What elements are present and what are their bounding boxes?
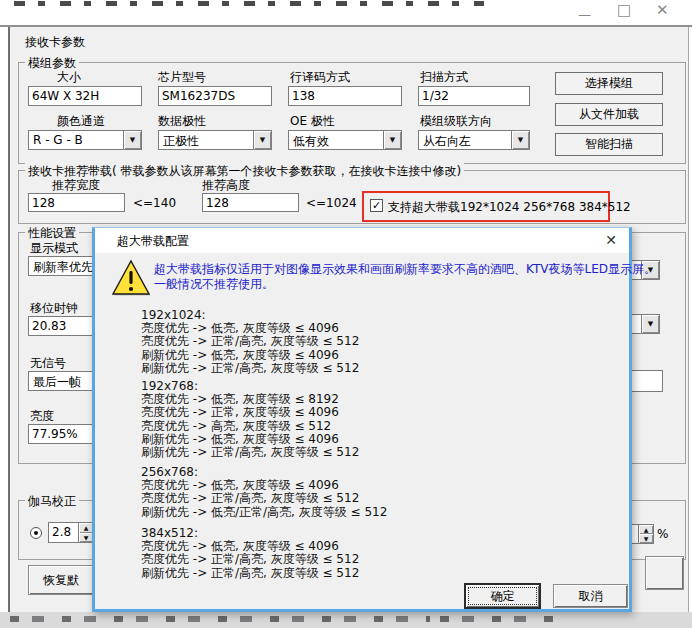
section-384x512: 384x512: 亮度优先 -> 低亮, 灰度等级 ≤ 4096 亮度优先 ->… — [141, 527, 359, 580]
section-line: 亮度优先 -> 高亮, 灰度等级 ≤ 512 — [141, 420, 359, 433]
gamma-value: 2.8 — [52, 525, 71, 539]
supersize-checkbox-label: 支持超大带载192*1024 256*768 384*512 — [388, 199, 631, 216]
shift-clock-label: 移位时钟 — [30, 300, 78, 317]
gamma-stepper-buttons[interactable]: ▲ ▼ — [78, 523, 93, 542]
section-192x768: 192x768: 亮度优先 -> 低亮, 灰度等级 ≤ 8192 亮度优先 ->… — [141, 380, 359, 459]
chevron-down-icon[interactable]: ▼ — [383, 131, 401, 149]
section-line: 亮度优先 -> 正常/高亮, 灰度等级 ≤ 512 — [141, 335, 359, 348]
chevron-down-icon[interactable]: ▼ — [253, 131, 271, 149]
recommended-height-label: 推荐高度 — [202, 177, 250, 194]
percent-unit-label: % — [657, 527, 668, 541]
spin-down-icon[interactable]: ▼ — [639, 534, 653, 543]
dialog-titlebar: 超大带载配置 ✕ — [95, 228, 629, 253]
height-limit-label: <=1024 — [306, 196, 357, 210]
clipped-bottom-icons — [10, 616, 430, 622]
supersize-checkbox[interactable]: ✓ — [370, 199, 383, 212]
data-polarity-select[interactable]: 正极性 ▼ — [158, 130, 272, 150]
cascade-direction-value: 从右向左 — [423, 133, 471, 150]
section-256x768: 256x768: 亮度优先 -> 低亮, 灰度等级 ≤ 4096 亮度优先 ->… — [141, 466, 387, 519]
size-label: 大小 — [57, 69, 81, 86]
recommended-width-input[interactable] — [28, 193, 125, 212]
gamma-stepper[interactable]: 2.8 ▲ ▼ — [48, 522, 94, 543]
clipped-bottom-bar — [0, 612, 692, 628]
bottom-right-partial-button[interactable] — [645, 556, 684, 590]
section-line: 刷新优先 -> 低亮, 灰度等级 ≤ 4096 — [141, 349, 359, 362]
smart-scan-button[interactable]: 智能扫描 — [555, 133, 663, 156]
section-line: 亮度优先 -> 正常/高亮, 灰度等级 ≤ 512 — [141, 492, 387, 505]
gamma-radio[interactable] — [30, 527, 42, 539]
display-mode-value: 刷新率优先 — [33, 259, 93, 276]
oe-polarity-value: 低有效 — [293, 133, 329, 150]
section-line: 亮度优先 -> 正常, 灰度等级 ≤ 4096 — [141, 406, 359, 419]
spin-up-icon[interactable]: ▲ — [79, 523, 93, 533]
cancel-button[interactable]: 取消 — [553, 584, 628, 608]
display-mode-label: 显示模式 — [30, 240, 78, 257]
section-line: 刷新优先 -> 低亮/正常/高亮, 灰度等级 ≤ 512 — [141, 506, 387, 519]
chip-model-label: 芯片型号 — [158, 69, 206, 86]
scan-mode-label: 扫描方式 — [420, 69, 468, 86]
oe-polarity-label: OE 极性 — [290, 113, 335, 130]
ok-button[interactable]: 确定 — [465, 584, 540, 608]
cascade-direction-label: 模组级联方向 — [420, 113, 492, 130]
recommended-height-input[interactable] — [202, 193, 299, 212]
row-decode-label: 行译码方式 — [290, 69, 350, 86]
screen: — □ ✕ 接收卡参数 模组参数 大小 芯片型号 行译码方式 扫描方式 颜色通道… — [0, 0, 692, 628]
warning-text-line2: 一般情况不推荐使用。 — [154, 277, 274, 292]
close-icon[interactable]: ✕ — [656, 4, 669, 17]
tab-receiving-card-params[interactable]: 接收卡参数 — [25, 34, 85, 51]
checkmark-icon: ✓ — [372, 199, 381, 212]
recommended-width-label: 推荐宽度 — [52, 177, 100, 194]
minimize-icon[interactable]: — — [578, 8, 591, 21]
no-signal-value: 最后一帧 — [33, 374, 81, 391]
scan-mode-input[interactable] — [418, 86, 530, 106]
chevron-down-icon[interactable]: ▼ — [123, 131, 141, 149]
chevron-down-icon[interactable]: ▼ — [641, 315, 659, 333]
warning-text-line1: 超大带载指标仅适用于对图像显示效果和画面刷新率要求不高的酒吧、KTV夜场等LED… — [154, 262, 656, 277]
select-module-button[interactable]: 选择模组 — [555, 72, 663, 95]
color-channel-label: 颜色通道 — [57, 113, 105, 130]
brightness-label: 亮度 — [30, 408, 54, 425]
cascade-direction-select[interactable]: 从右向左 ▼ — [418, 130, 530, 150]
width-limit-label: <=140 — [133, 196, 176, 210]
data-polarity-label: 数据极性 — [158, 113, 206, 130]
chevron-down-icon[interactable]: ▼ — [511, 131, 529, 149]
data-polarity-value: 正极性 — [163, 133, 199, 150]
radio-dot-icon — [34, 531, 38, 535]
warning-icon — [111, 259, 151, 297]
close-icon[interactable]: ✕ — [605, 232, 617, 248]
color-channel-select[interactable]: R - G - B ▼ — [28, 130, 142, 150]
right-stepper-buttons[interactable]: ▲ ▼ — [638, 525, 653, 543]
clipped-bottom-icons — [440, 616, 560, 622]
section-line: 刷新优先 -> 正常/高亮, 灰度等级 ≤ 512 — [141, 446, 359, 459]
spin-up-icon[interactable]: ▲ — [639, 525, 653, 534]
section-192x1024: 192x1024: 亮度优先 -> 低亮, 灰度等级 ≤ 4096 亮度优先 -… — [141, 309, 359, 375]
row-decode-input[interactable] — [288, 86, 402, 106]
chip-model-input[interactable] — [158, 86, 272, 106]
clipped-menu-text — [14, 1, 484, 6]
spin-down-icon[interactable]: ▼ — [79, 533, 93, 543]
color-channel-value: R - G - B — [33, 133, 83, 147]
load-from-file-button[interactable]: 从文件加载 — [555, 103, 663, 126]
size-input[interactable] — [28, 86, 142, 106]
section-line: 刷新优先 -> 正常/高亮, 灰度等级 ≤ 512 — [141, 567, 359, 580]
oe-polarity-select[interactable]: 低有效 ▼ — [288, 130, 402, 150]
dialog-title: 超大带载配置 — [117, 233, 189, 250]
section-line: 刷新优先 -> 正常/高亮, 灰度等级 ≤ 512 — [141, 362, 359, 375]
supersize-config-dialog: 超大带载配置 ✕ 超大带载指标仅适用于对图像显示效果和画面刷新率要求不高的酒吧、… — [92, 227, 632, 612]
gamma-group-title: 伽马校正 — [25, 493, 79, 510]
maximize-icon[interactable]: □ — [617, 4, 631, 17]
section-line: 亮度优先 -> 正常/高亮, 灰度等级 ≤ 512 — [141, 553, 359, 566]
no-signal-label: 无信号 — [30, 355, 66, 372]
